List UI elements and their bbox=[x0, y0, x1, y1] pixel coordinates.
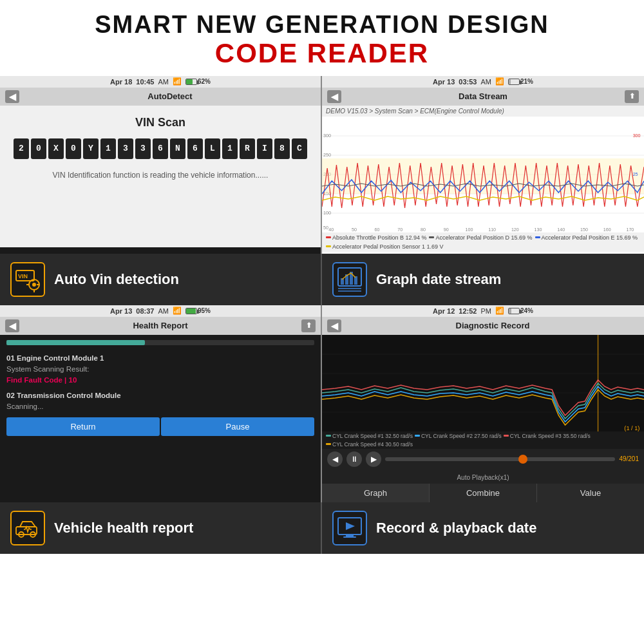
time-bottom-right: 12:52 bbox=[459, 307, 477, 315]
health-progress-fill bbox=[6, 340, 145, 345]
legend-label: CYL Crank Speed #4 30.50 rad/s bbox=[332, 441, 413, 448]
datastream-content: DEMO V15.03 > System Scan > ECM(Engine C… bbox=[322, 106, 644, 254]
battery-icon-tl bbox=[185, 79, 197, 85]
health-icon bbox=[15, 515, 41, 541]
health-btn-row: Return Pause bbox=[6, 417, 314, 436]
svg-text:300: 300 bbox=[633, 133, 641, 138]
feature-label-vin: Auto Vin detection bbox=[54, 271, 179, 288]
vin-icon: VIN bbox=[15, 267, 41, 292]
ampm-top-right: AM bbox=[480, 78, 491, 86]
back-btn-autodetect[interactable]: ◀ bbox=[5, 90, 19, 103]
svg-point-32 bbox=[32, 283, 36, 287]
back-btn-datastream[interactable]: ◀ bbox=[327, 90, 341, 103]
svg-text:120: 120 bbox=[511, 227, 519, 232]
prev-btn[interactable]: ◀ bbox=[327, 451, 343, 467]
date-top-right: Apr 13 bbox=[433, 78, 455, 86]
vin-scan-title: VIN Scan bbox=[135, 116, 185, 129]
date-bottom-right: Apr 12 bbox=[433, 307, 455, 315]
autodetect-title: AutoDetect bbox=[24, 91, 316, 101]
legend-label: CYL Crank Speed #2 27.50 rad/s bbox=[421, 433, 502, 439]
back-btn-diagrec[interactable]: ◀ bbox=[327, 319, 341, 332]
battery-fill-bl bbox=[186, 308, 196, 314]
legend-label: CYL Crank Speed #1 32.50 rad/s bbox=[332, 433, 413, 439]
legend-item: Absolute Throttle Position B 12.94 % bbox=[326, 234, 426, 241]
panel-autodetect: Apr 18 10:45 AM 📶 62% ◀ AutoDetect VIN S… bbox=[0, 76, 322, 254]
diagrec-tab-graph[interactable]: Graph bbox=[322, 484, 430, 502]
module-2-name: 02 Transmission Control Module bbox=[6, 390, 314, 401]
diagrec-tab-value[interactable]: Value bbox=[537, 484, 644, 502]
feature-panel-health: Vehicle health report bbox=[0, 502, 322, 554]
play-btn[interactable]: ⏸ bbox=[346, 451, 362, 467]
wifi-icon-top-left: 📶 bbox=[173, 77, 182, 86]
svg-text:110: 110 bbox=[488, 227, 496, 232]
health-item-1: 01 Engine Control Module 1 System Scanni… bbox=[6, 353, 314, 386]
return-btn[interactable]: Return bbox=[6, 417, 160, 436]
title-bar-health: ◀ Health Report ⬆ bbox=[0, 317, 321, 335]
svg-text:50: 50 bbox=[352, 227, 357, 232]
wifi-icon-top-right: 📶 bbox=[495, 77, 504, 86]
status-bar-top-right: Apr 13 03:53 AM 📶 21% bbox=[322, 76, 644, 88]
battery-top-left: 62% bbox=[185, 78, 211, 85]
health-feature-icon-box bbox=[10, 511, 45, 545]
title-bar-diagrec: ◀ Diagnostic Record bbox=[322, 317, 644, 335]
feature-label-record: Record & playback date bbox=[376, 520, 536, 536]
diagrec-tab-combine[interactable]: Combine bbox=[430, 484, 537, 502]
health-progress-bar bbox=[6, 340, 314, 345]
vin-char: Y bbox=[83, 138, 99, 159]
vin-display: 20X0Y1336N6L1RI8C bbox=[14, 138, 307, 159]
legend-item: CYL Crank Speed #3 35.50 rad/s bbox=[504, 433, 591, 439]
svg-text:150: 150 bbox=[580, 227, 588, 232]
vin-char: I bbox=[257, 138, 272, 159]
battery-bottom-right: 24% bbox=[508, 307, 533, 314]
vin-scan-content: VIN Scan 20X0Y1336N6L1RI8C VIN Identific… bbox=[0, 106, 321, 247]
status-bar-bottom-left: Apr 13 08:37 AM 📶 95% bbox=[0, 305, 321, 317]
vin-char: 0 bbox=[31, 138, 46, 159]
svg-text:300: 300 bbox=[323, 133, 331, 138]
legend-dot bbox=[429, 236, 434, 238]
feature-panel-graph: Graph date stream bbox=[322, 254, 644, 305]
battery-pct-tl: 62% bbox=[198, 78, 211, 85]
panel-health-report: Apr 13 08:37 AM 📶 95% ◀ Health Report ⬆ … bbox=[0, 305, 322, 502]
next-btn[interactable]: ▶ bbox=[366, 451, 381, 467]
export-btn-datastream[interactable]: ⬆ bbox=[625, 90, 639, 103]
graph-icon bbox=[337, 267, 363, 292]
diagrec-controls: ◀ ⏸ ▶ 49/201 bbox=[322, 449, 644, 469]
vin-char: 8 bbox=[274, 138, 290, 159]
playback-track[interactable] bbox=[385, 457, 615, 461]
back-btn-health[interactable]: ◀ bbox=[5, 319, 19, 332]
legend-dot bbox=[535, 236, 540, 238]
feature-panel-record: Record & playback date bbox=[322, 502, 644, 554]
battery-fill-tl bbox=[186, 79, 193, 84]
datastream-title: Data Stream bbox=[346, 91, 620, 101]
svg-text:VIN: VIN bbox=[18, 273, 28, 279]
datastream-legend: Absolute Throttle Position B 12.94 %Acce… bbox=[322, 232, 644, 252]
title-bar-datastream: ◀ Data Stream ⬆ bbox=[322, 88, 644, 106]
svg-text:90: 90 bbox=[444, 227, 449, 232]
legend-dot bbox=[326, 443, 331, 445]
svg-text:250: 250 bbox=[323, 153, 331, 157]
vin-feature-icon-box: VIN bbox=[10, 262, 45, 297]
feature-label-health: Vehicle health report bbox=[54, 520, 193, 536]
record-icon bbox=[337, 515, 363, 541]
svg-text:25: 25 bbox=[633, 172, 638, 176]
pause-btn[interactable]: Pause bbox=[161, 417, 314, 436]
svg-text:70: 70 bbox=[397, 227, 402, 232]
diagrec-svg: (1 / 1) bbox=[322, 335, 644, 431]
vin-char: L bbox=[205, 138, 220, 159]
header-line2: CODE READER bbox=[6, 39, 638, 68]
scan-label-2: Scanning... bbox=[6, 401, 314, 412]
svg-text:140: 140 bbox=[557, 227, 565, 232]
datastream-breadcrumb: DEMO V15.03 > System Scan > ECM(Engine C… bbox=[322, 106, 644, 117]
svg-text:40: 40 bbox=[328, 227, 334, 232]
header-line1: SMART NEW GENERATION DESIGN bbox=[6, 12, 638, 39]
vin-char: 3 bbox=[135, 138, 151, 159]
svg-rect-41 bbox=[354, 276, 357, 285]
playback-thumb[interactable] bbox=[518, 455, 527, 464]
legend-item: Accelerator Pedal Position Sensor 1 1.69… bbox=[326, 243, 444, 250]
graph-feature-icon-box bbox=[332, 262, 367, 297]
vin-scan-msg: VIN Identification function is reading t… bbox=[53, 171, 269, 180]
legend-item: Accelerator Pedal Position D 15.69 % bbox=[429, 234, 532, 241]
export-btn-health[interactable]: ⬆ bbox=[301, 319, 316, 332]
diagrec-chart: (1 / 1) bbox=[322, 335, 644, 431]
header: SMART NEW GENERATION DESIGN CODE READER bbox=[0, 0, 644, 76]
